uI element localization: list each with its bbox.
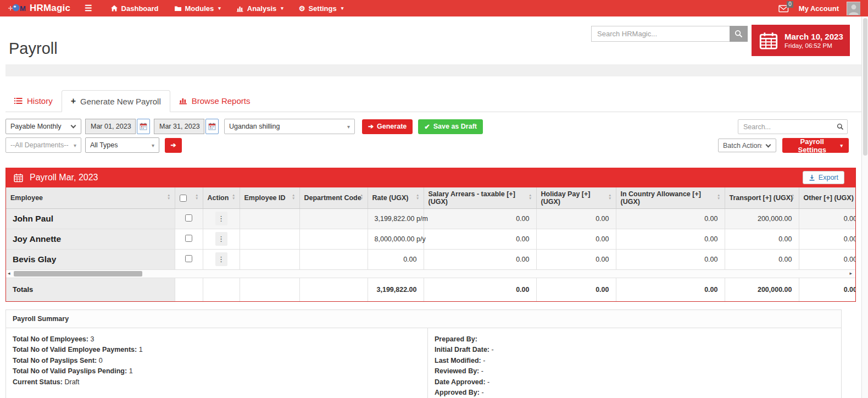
table-row: John Paul ⋮ 3,199,822.00 p/m 0.00 0.00 0… bbox=[6, 208, 855, 229]
payroll-page: M HRMagic ☰ Dashboard Modules ▾ bbox=[0, 0, 868, 398]
plus-icon: + bbox=[71, 96, 76, 106]
nav-item-modules[interactable]: Modules ▾ bbox=[168, 0, 227, 16]
date-from-picker-button[interactable] bbox=[137, 119, 150, 134]
column-header-employee-id[interactable]: Employee ID▲▼ bbox=[240, 187, 299, 208]
table-search-input[interactable] bbox=[738, 123, 837, 131]
sort-icon[interactable]: ▲▼ bbox=[416, 194, 419, 200]
column-header-department-code[interactable]: Department Code▲▼ bbox=[299, 187, 368, 208]
sort-icon[interactable]: ▲▼ bbox=[717, 194, 720, 200]
row-checkbox[interactable] bbox=[185, 235, 192, 242]
date-widget[interactable]: March 10, 2023 Friday, 06:52 PM bbox=[752, 25, 850, 56]
column-header-other[interactable]: Other [+] (UGX) bbox=[799, 187, 855, 208]
departments-select[interactable]: --All Departments-- ▾ bbox=[5, 137, 81, 153]
chevron-down-icon: ▾ bbox=[152, 142, 154, 148]
column-header-salary-arrears[interactable]: Salary Arrears - taxable [+] (UGX)▲▼ bbox=[424, 187, 536, 208]
nav-item-label: Modules bbox=[185, 4, 214, 13]
employee-id-cell bbox=[240, 229, 299, 249]
row-actions-button[interactable]: ⋮ bbox=[215, 212, 227, 225]
horizontal-scrollbar[interactable]: ◂ ▸ bbox=[6, 270, 855, 278]
department-code-cell bbox=[299, 208, 368, 229]
row-checkbox[interactable] bbox=[185, 214, 192, 222]
vertical-scrollbar[interactable] bbox=[861, 16, 868, 398]
chevron-down-icon bbox=[71, 123, 76, 129]
summary-left-column: Total No of Employees: 3 Total No of Val… bbox=[6, 328, 427, 398]
column-header-transport[interactable]: Transport [+] (UGX)▲▼ bbox=[725, 187, 799, 208]
global-search-button[interactable] bbox=[730, 26, 748, 42]
nav-item-settings[interactable]: ⚙ Settings ▾ bbox=[293, 0, 349, 16]
nav-item-analysis[interactable]: Analysis ▾ bbox=[230, 0, 290, 16]
in-country-allowance-cell: 0.00 bbox=[616, 249, 725, 269]
sort-icon[interactable]: ▲▼ bbox=[528, 194, 532, 200]
sort-icon[interactable]: ▲▼ bbox=[232, 194, 235, 200]
payroll-table-panel: Payroll Mar, 2023 Export Employee▲▼ ▲▼ A… bbox=[5, 168, 856, 302]
save-as-draft-button[interactable]: ✔ Save as Draft bbox=[418, 119, 483, 134]
scroll-left-icon[interactable]: ◂ bbox=[8, 270, 10, 276]
row-checkbox[interactable] bbox=[185, 255, 192, 262]
column-header-employee[interactable]: Employee▲▼ bbox=[6, 187, 175, 208]
table-row: Bevis Glay ⋮ 0.00 0.00 0.00 0.00 0.00 0.… bbox=[6, 249, 855, 269]
period-select[interactable]: Payable Monthly bbox=[5, 119, 81, 134]
summary-line: Date Approved: - bbox=[435, 377, 834, 388]
column-header-rate[interactable]: Rate (UGX)▲▼ bbox=[368, 187, 424, 208]
totals-label-cell: Totals bbox=[6, 278, 175, 301]
column-header-holiday-pay[interactable]: Holiday Pay [+] (UGX)▲▼ bbox=[536, 187, 616, 208]
totals-in-country-allowance-cell: 0.00 bbox=[616, 278, 725, 301]
sort-icon[interactable]: ▲▼ bbox=[608, 194, 611, 200]
scrollbar-thumb[interactable] bbox=[863, 18, 867, 156]
hamburger-icon[interactable]: ☰ bbox=[85, 3, 92, 13]
avatar[interactable] bbox=[847, 2, 860, 15]
nav-item-label: Dashboard bbox=[121, 4, 159, 13]
gear-icon: ⚙ bbox=[299, 4, 305, 13]
global-search-input[interactable] bbox=[591, 26, 730, 42]
salary-arrears-cell: 0.00 bbox=[424, 208, 536, 229]
tab-generate-new-payroll[interactable]: + Generate New Payroll bbox=[62, 90, 170, 112]
date-from-group: Mar 01, 2023 bbox=[85, 119, 150, 134]
column-header-in-country-allowance[interactable]: In Country Allowance [+] (UGX)▲▼ bbox=[616, 187, 725, 208]
export-button[interactable]: Export bbox=[803, 171, 844, 184]
brand[interactable]: M HRMagic bbox=[0, 3, 70, 14]
tab-browse-reports[interactable]: Browse Reports bbox=[170, 90, 259, 112]
rate-cell: 8,000,000.00 p/y bbox=[368, 229, 424, 249]
my-account-link[interactable]: My Account bbox=[799, 4, 839, 13]
in-country-allowance-cell: 0.00 bbox=[616, 208, 725, 229]
column-header-action[interactable]: Action▲▼ bbox=[203, 187, 240, 208]
row-actions-button[interactable]: ⋮ bbox=[215, 252, 227, 266]
sort-icon[interactable]: ▲▼ bbox=[791, 194, 794, 200]
types-select[interactable]: All Types ▾ bbox=[85, 137, 159, 153]
sort-icon[interactable]: ▲▼ bbox=[292, 194, 295, 200]
nav-item-dashboard[interactable]: Dashboard bbox=[104, 0, 165, 16]
summary-line: Total No of Employees: 3 bbox=[13, 334, 421, 345]
bar-chart-icon bbox=[179, 97, 187, 104]
date-to-input[interactable]: Mar 31, 2023 bbox=[154, 119, 204, 134]
currency-select[interactable]: Ugandan shilling ▾ bbox=[224, 119, 355, 134]
date-to-group: Mar 31, 2023 bbox=[154, 119, 219, 134]
payroll-settings-button[interactable]: Payroll Settings ▾ bbox=[782, 138, 849, 153]
chevron-down-icon: ▾ bbox=[347, 124, 350, 130]
column-header-select[interactable]: ▲▼ bbox=[175, 187, 203, 208]
header-row: Employee▲▼ ▲▼ Action▲▼ Employee ID▲▼ Dep… bbox=[6, 187, 855, 208]
payroll-summary-body: Total No of Employees: 3 Total No of Val… bbox=[6, 328, 841, 398]
select-all-checkbox[interactable] bbox=[180, 195, 187, 202]
current-time: Friday, 06:52 PM bbox=[784, 42, 843, 49]
scrollbar-thumb[interactable] bbox=[14, 271, 142, 277]
tab-label: History bbox=[27, 96, 53, 106]
row-actions-button[interactable]: ⋮ bbox=[215, 232, 227, 246]
employee-name-cell: John Paul bbox=[6, 208, 175, 229]
tab-label: Generate New Payroll bbox=[80, 97, 161, 106]
holiday-pay-cell: 0.00 bbox=[536, 208, 616, 229]
brand-logo-icon: M bbox=[8, 3, 26, 14]
apply-filter-button[interactable]: ➔ bbox=[165, 138, 182, 153]
other-cell: 0.00 bbox=[799, 208, 855, 229]
date-from-input[interactable]: Mar 01, 2023 bbox=[85, 119, 136, 134]
messages-button[interactable]: 0 bbox=[778, 4, 789, 13]
row-action-cell: ⋮ bbox=[203, 249, 240, 269]
sort-icon[interactable]: ▲▼ bbox=[167, 194, 170, 200]
batch-actions-select[interactable]: Batch Actions bbox=[718, 139, 776, 152]
generate-button[interactable]: ➔ Generate bbox=[362, 119, 413, 134]
messages-badge: 0 bbox=[787, 1, 793, 8]
scroll-right-icon[interactable]: ▸ bbox=[849, 270, 852, 276]
date-to-picker-button[interactable] bbox=[205, 119, 219, 134]
sort-icon[interactable]: ▲▼ bbox=[360, 194, 363, 200]
sort-icon[interactable]: ▲▼ bbox=[195, 194, 198, 200]
tab-history[interactable]: History bbox=[5, 90, 62, 112]
